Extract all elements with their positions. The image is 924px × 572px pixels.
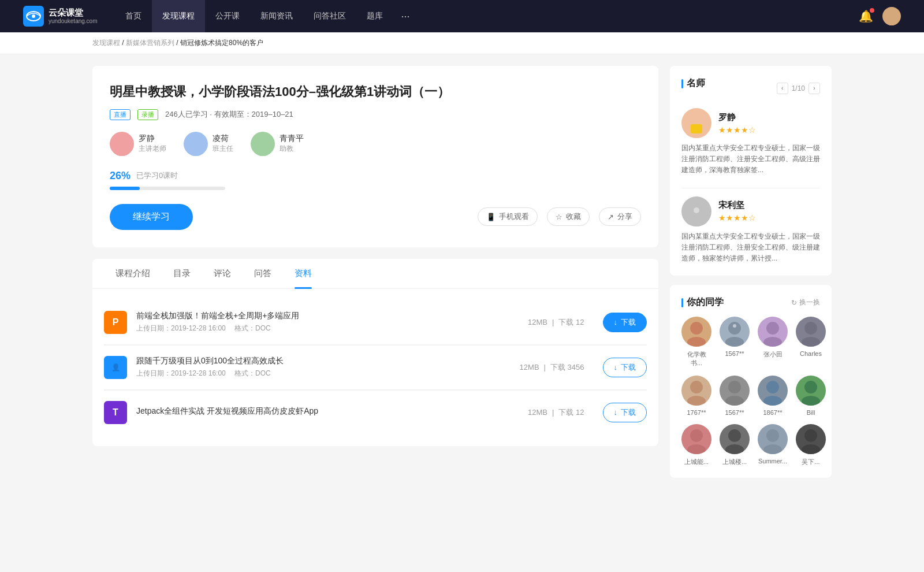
teacher-avatar-0 [110,132,134,156]
resource-item-1: 👤 跟随千万级项目从0到100全过程高效成长 上传日期：2019-12-28 1… [104,346,647,390]
classmate-name-5: 1567** [725,409,744,416]
teacher-item-1: 凌荷 班主任 [184,132,233,156]
resource-meta-1: 上传日期：2019-12-28 16:00 格式：DOC [136,369,511,378]
svg-point-24 [802,337,820,347]
nav-more-button[interactable]: ··· [393,0,418,32]
download-button-0[interactable]: ↓ 下载 [603,313,647,332]
classmate-name-2: 张小田 [763,350,783,359]
svg-point-34 [687,444,706,454]
teachers-prev-button[interactable]: ‹ [777,83,788,94]
classmate-avatar-7[interactable] [796,376,826,406]
header-right: 🔔 [859,7,901,25]
nav-item-quiz[interactable]: 题库 [356,0,393,32]
nav-item-news[interactable]: 新闻资讯 [250,0,303,32]
user-avatar-button[interactable] [882,7,901,25]
mobile-watch-button[interactable]: 📱 手机观看 [478,207,538,226]
resource-meta-0: 上传日期：2019-12-28 16:00 格式：DOC [136,324,519,333]
classmate-avatar-6[interactable] [758,376,788,406]
breadcrumb-home[interactable]: 发现课程 [92,39,120,47]
course-enrollment: 246人已学习 · 有效期至：2019–10–21 [165,109,293,120]
resource-stats-0: 12MB | 下载 12 [528,317,584,328]
teacher-desc-1: 国内某重点大学安全工程专业硕士，国家一级注册消防工程师、注册安全工程师、级注册建… [681,231,820,265]
download-button-1[interactable]: ↓ 下载 [603,358,647,377]
svg-point-22 [763,337,782,347]
nav-item-qa[interactable]: 问答社区 [303,0,356,32]
logo[interactable]: 云朵课堂 yundouketang.com [23,6,98,27]
classmate-avatar-2[interactable] [758,317,788,347]
classmate-avatar-8[interactable] [681,424,711,454]
progress-percentage: 26% [110,170,131,182]
teacher-divider [681,188,820,188]
main-layout: 明星中教授课，小学阶段语法100分–强化级第1讲动词（一） 直播 录播 246人… [0,54,924,499]
download-button-2[interactable]: ↓ 下载 [603,403,647,422]
resource-stats-1: 12MB | 下载 3456 [520,362,584,373]
svg-point-15 [694,207,699,213]
classmate-avatar-9[interactable] [720,424,750,454]
progress-bar-fill [110,187,140,190]
refresh-icon: ↻ [791,299,797,307]
breadcrumb-current: 销冠修炼术搞定80%的客户 [180,39,263,47]
svg-point-40 [802,444,820,454]
download-icon-1: ↓ [614,363,618,372]
action-buttons: 📱 手机观看 ☆ 收藏 ↗ 分享 [478,207,641,226]
classmate-name-6: 1867** [763,409,782,416]
tab-resources[interactable]: 资料 [283,259,323,288]
breadcrumb-series[interactable]: 新媒体营销系列 [126,39,174,47]
resource-item-0: P 前端全栈加强版！前端全栈+全周期+多端应用 上传日期：2019-12-28 … [104,300,647,345]
svg-point-38 [763,444,782,454]
svg-point-30 [763,396,782,406]
teacher-avatar-2 [251,132,275,156]
classmate-item-6: 1867** [758,376,788,416]
classmates-title: 你的同学 ↻ 换一换 [681,296,820,309]
classmate-item-4: 1767** [681,376,711,416]
classmate-name-0: 化学教书... [681,350,711,367]
nav-item-home[interactable]: 首页 [115,0,152,32]
classmate-avatar-3[interactable] [796,317,826,347]
classmate-avatar-10[interactable] [758,424,788,454]
continue-learning-button[interactable]: 继续学习 [110,204,193,230]
tab-intro[interactable]: 课程介绍 [104,259,162,288]
classmate-avatar-5[interactable] [720,376,750,406]
classmate-avatar-1[interactable] [720,317,750,347]
main-content: 明星中教授课，小学阶段语法100分–强化级第1讲动词（一） 直播 录播 246人… [92,66,658,446]
classmate-avatar-11[interactable] [796,424,826,454]
resource-name-2: Jetpack全组件实战 开发短视频应用高仿皮皮虾App [136,406,519,417]
teacher-card-info-0: 罗静 ★★★★☆ [718,112,756,135]
tabs-header: 课程介绍 目录 评论 问答 资料 [92,259,658,289]
classmate-name-8: 上城能... [684,458,709,466]
resource-icon-0: P [104,311,127,334]
tab-qa[interactable]: 问答 [243,259,283,288]
tab-catalog[interactable]: 目录 [162,259,202,288]
classmate-item-11: 吴下... [796,424,826,466]
svg-point-16 [690,322,703,335]
teachers-panel-header: 名师 ‹ 1/10 › [681,77,820,99]
teacher-card-1: 宋利坚 ★★★★☆ 国内某重点大学安全工程专业硕士，国家一级注册消防工程师、注册… [681,196,820,265]
teacher-item-2: 青青平 助教 [251,132,304,156]
classmates-refresh-button[interactable]: ↻ 换一换 [791,298,820,307]
teacher-item-0: 罗静 主讲老师 [110,132,166,156]
svg-point-26 [687,396,706,406]
svg-point-4 [117,136,127,146]
teachers-next-button[interactable]: › [808,83,820,94]
notification-bell-button[interactable]: 🔔 [859,9,873,23]
sidebar: 名师 ‹ 1/10 › [670,66,832,487]
resource-info-0: 前端全栈加强版！前端全栈+全周期+多端应用 上传日期：2019-12-28 16… [136,311,519,333]
classmate-item-3: Charles [796,317,826,367]
share-icon: ↗ [608,213,614,221]
nav-item-discover[interactable]: 发现课程 [152,0,205,32]
classmate-avatar-0[interactable] [681,317,711,347]
progress-section: 26% 已学习0课时 [110,170,641,190]
share-button[interactable]: ↗ 分享 [599,207,641,226]
nav-item-open[interactable]: 公开课 [205,0,250,32]
tab-review[interactable]: 评论 [202,259,243,288]
svg-point-9 [255,148,271,156]
collect-button[interactable]: ☆ 收藏 [547,207,590,226]
header: 云朵课堂 yundouketang.com 首页 发现课程 公开课 新闻资讯 问… [0,0,924,32]
classmate-avatar-4[interactable] [681,376,711,406]
main-nav: 首页 发现课程 公开课 新闻资讯 问答社区 题库 ··· [115,0,859,32]
classmate-item-0: 化学教书... [681,317,711,367]
teacher-stars-0: ★★★★☆ [718,125,756,135]
classmates-grid: 化学教书... 1567** 张小田 [681,317,820,466]
tag-record: 录播 [137,109,158,120]
svg-point-5 [114,148,130,156]
